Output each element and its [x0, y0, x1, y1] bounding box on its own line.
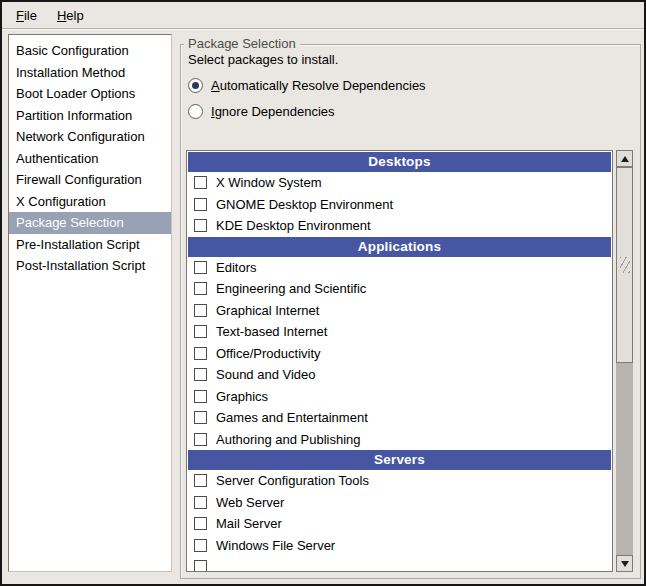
checkbox-graphical-internet[interactable]	[194, 304, 207, 317]
arrow-down-icon	[621, 561, 629, 567]
package-row-engineering-and-scientific[interactable]: Engineering and Scientific	[188, 278, 611, 300]
menu-item-help[interactable]: Help	[47, 5, 94, 26]
thumb-grip-icon	[620, 257, 630, 273]
panel-description: Select packages to install.	[188, 52, 338, 67]
checkbox-x-window-system[interactable]	[194, 176, 207, 189]
package-row-editors[interactable]: Editors	[188, 257, 611, 279]
checkbox-engineering-and-scientific[interactable]	[194, 282, 207, 295]
sidebar-item-network-configuration[interactable]: Network Configuration	[9, 126, 171, 148]
menu-item-file[interactable]: File	[6, 5, 47, 26]
checkbox-mail-server[interactable]	[194, 517, 207, 530]
sidebar-item-installation-method[interactable]: Installation Method	[9, 62, 171, 84]
radio-automatically-resolve-dependencies[interactable]: Automatically Resolve Dependencies	[188, 78, 426, 93]
package-row-partial[interactable]	[188, 556, 611, 572]
package-row-sound-and-video[interactable]: Sound and Video	[188, 364, 611, 386]
package-row-text-based-internet[interactable]: Text-based Internet	[188, 321, 611, 343]
scroll-down-button[interactable]	[616, 555, 633, 572]
radio-button-icon[interactable]	[188, 104, 203, 119]
sidebar-item-firewall-configuration[interactable]: Firewall Configuration	[9, 169, 171, 191]
scrollbar-vertical[interactable]	[616, 150, 633, 572]
package-row-authoring-and-publishing[interactable]: Authoring and Publishing	[188, 429, 611, 451]
radio-dot	[192, 82, 199, 89]
checkbox-windows-file-server[interactable]	[194, 539, 207, 552]
checkbox-gnome-desktop-environment[interactable]	[194, 198, 207, 211]
checkbox-kde-desktop-environment[interactable]	[194, 219, 207, 232]
radio-button-icon[interactable]	[188, 78, 203, 93]
sidebar-item-basic-configuration[interactable]: Basic Configuration	[9, 40, 171, 62]
package-selection-frame: Package Selection Select packages to ins…	[180, 44, 641, 579]
checkbox-editors[interactable]	[194, 261, 207, 274]
group-header-servers: Servers	[188, 450, 611, 470]
sidebar-item-boot-loader-options[interactable]: Boot Loader Options	[9, 83, 171, 105]
package-row-web-server[interactable]: Web Server	[188, 492, 611, 514]
package-scrollwindow: Desktops X Window System GNOME Desktop E…	[186, 150, 633, 572]
sidebar-item-partition-information[interactable]: Partition Information	[9, 105, 171, 127]
checkbox-text-based-internet[interactable]	[194, 325, 207, 338]
group-header-desktops: Desktops	[188, 152, 611, 172]
scroll-track[interactable]	[616, 167, 633, 555]
package-row-office-productivity[interactable]: Office/Productivity	[188, 343, 611, 365]
checkbox-authoring-and-publishing[interactable]	[194, 433, 207, 446]
checkbox-office-productivity[interactable]	[194, 347, 207, 360]
sidebar-item-authentication[interactable]: Authentication	[9, 148, 171, 170]
checkbox-web-server[interactable]	[194, 496, 207, 509]
package-row-server-configuration-tools[interactable]: Server Configuration Tools	[188, 470, 611, 492]
arrow-up-icon	[621, 156, 629, 162]
group-header-applications: Applications	[188, 237, 611, 257]
sidebar-item-x-configuration[interactable]: X Configuration	[9, 191, 171, 213]
package-row-gnome-desktop-environment[interactable]: GNOME Desktop Environment	[188, 194, 611, 216]
checkbox-partial[interactable]	[194, 560, 207, 572]
sidebar-item-pre-installation-script[interactable]: Pre-Installation Script	[9, 234, 171, 256]
sidebar-item-post-installation-script[interactable]: Post-Installation Script	[9, 255, 171, 277]
sidebar-item-package-selection[interactable]: Package Selection	[9, 212, 171, 234]
frame-title: Package Selection	[184, 36, 300, 52]
sidebar-list[interactable]: Basic ConfigurationInstallation MethodBo…	[8, 34, 172, 572]
package-row-x-window-system[interactable]: X Window System	[188, 172, 611, 194]
checkbox-sound-and-video[interactable]	[194, 368, 207, 381]
package-row-graphics[interactable]: Graphics	[188, 386, 611, 408]
package-row-games-and-entertainment[interactable]: Games and Entertainment	[188, 407, 611, 429]
checkbox-graphics[interactable]	[194, 390, 207, 403]
window-root: { "menu": { "items": [ {"accel": "F", "r…	[0, 0, 646, 586]
scroll-up-button[interactable]	[616, 150, 633, 167]
package-row-mail-server[interactable]: Mail Server	[188, 513, 611, 535]
package-row-kde-desktop-environment[interactable]: KDE Desktop Environment	[188, 215, 611, 237]
package-row-windows-file-server[interactable]: Windows File Server	[188, 535, 611, 557]
package-list[interactable]: Desktops X Window System GNOME Desktop E…	[186, 150, 613, 572]
checkbox-games-and-entertainment[interactable]	[194, 411, 207, 424]
package-row-graphical-internet[interactable]: Graphical Internet	[188, 300, 611, 322]
menubar: FileHelp	[2, 2, 644, 29]
scroll-thumb[interactable]	[616, 167, 633, 363]
checkbox-server-configuration-tools[interactable]	[194, 474, 207, 487]
radio-ignore-dependencies[interactable]: Ignore Dependencies	[188, 104, 335, 119]
